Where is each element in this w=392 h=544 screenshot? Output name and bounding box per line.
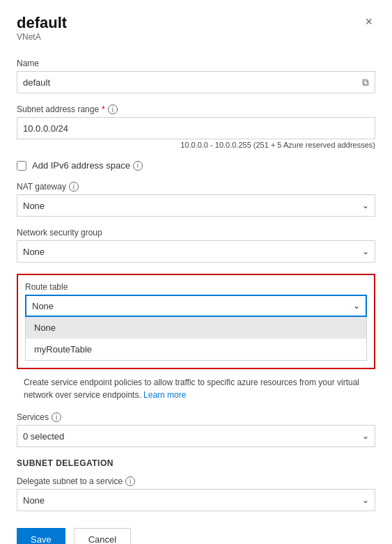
services-label: Services i xyxy=(17,412,375,422)
close-button[interactable]: × xyxy=(362,14,375,29)
ipv6-checkbox[interactable] xyxy=(17,161,26,171)
route-table-value: None xyxy=(32,301,54,311)
learn-more-link[interactable]: Learn more xyxy=(143,390,186,400)
services-field-group: Services i 0 selected ⌄ xyxy=(17,412,375,447)
nat-gateway-label: NAT gateway i xyxy=(17,182,375,192)
subnet-delegation-section: SUBNET DELEGATION Delegate subnet to a s… xyxy=(17,458,375,511)
delegate-subnet-select[interactable]: None ⌄ xyxy=(17,489,375,511)
route-table-option-myroutetable[interactable]: myRouteTable xyxy=(26,339,366,360)
subnet-address-input[interactable] xyxy=(23,123,369,134)
ipv6-label: Add IPv6 address space i xyxy=(32,160,143,171)
nsg-field-group: Network security group None ⌄ xyxy=(17,228,375,263)
delegate-subnet-value: None xyxy=(23,495,45,506)
route-table-label: Route table xyxy=(25,282,367,292)
copy-icon[interactable]: ⧉ xyxy=(362,77,369,88)
subnet-address-label: Subnet address range * i xyxy=(17,104,375,114)
edit-panel: default VNetA × Name ⧉ Subnet address ra… xyxy=(0,0,392,544)
delegate-info-icon[interactable]: i xyxy=(125,476,135,486)
save-button[interactable]: Save xyxy=(17,528,65,544)
delegate-subnet-chevron: ⌄ xyxy=(362,495,369,505)
route-table-chevron: ⌄ xyxy=(353,301,360,311)
nat-gateway-select[interactable]: None ⌄ xyxy=(17,194,375,217)
service-endpoint-text-block: Create service endpoint policies to allo… xyxy=(24,376,368,401)
name-field-group: Name ⧉ xyxy=(17,59,375,93)
nat-gateway-value: None xyxy=(23,201,45,211)
nat-gateway-field-group: NAT gateway i None ⌄ xyxy=(17,182,375,217)
subnet-address-hint: 10.0.0.0 - 10.0.0.255 (251 + 5 Azure res… xyxy=(17,141,375,149)
services-select[interactable]: 0 selected ⌄ xyxy=(17,425,375,447)
nat-gateway-info-icon[interactable]: i xyxy=(69,182,79,192)
subnet-address-field-group: Subnet address range * i 10.0.0.0 - 10.0… xyxy=(17,104,375,149)
route-table-option-none[interactable]: None xyxy=(26,317,366,339)
services-chevron: ⌄ xyxy=(362,431,369,441)
services-value: 0 selected xyxy=(23,431,64,442)
delegate-subnet-label: Delegate subnet to a service i xyxy=(17,476,375,486)
nsg-chevron: ⌄ xyxy=(362,247,369,256)
route-table-select[interactable]: None ⌄ xyxy=(25,295,367,317)
route-table-section: Route table None ⌄ None myRouteTable xyxy=(17,274,375,369)
subnet-address-input-wrapper xyxy=(17,117,375,139)
panel-subtitle: VNetA xyxy=(17,32,67,42)
cancel-button[interactable]: Cancel xyxy=(74,528,131,544)
panel-title: default xyxy=(17,14,67,32)
nsg-label: Network security group xyxy=(17,228,375,238)
name-input-wrapper: ⧉ xyxy=(17,71,375,93)
ipv6-checkbox-row: Add IPv6 address space i xyxy=(17,160,375,171)
bottom-bar: Save Cancel xyxy=(17,528,375,544)
nat-gateway-chevron: ⌄ xyxy=(362,201,369,210)
panel-header: default VNetA × xyxy=(17,14,375,56)
route-table-dropdown-list: None myRouteTable xyxy=(25,317,367,361)
name-label: Name xyxy=(17,59,375,68)
services-info-icon[interactable]: i xyxy=(52,412,61,422)
required-indicator: * xyxy=(102,104,105,114)
name-input[interactable] xyxy=(23,77,369,88)
subnet-info-icon[interactable]: i xyxy=(108,104,118,114)
nsg-value: None xyxy=(23,247,45,257)
ipv6-info-icon[interactable]: i xyxy=(133,161,143,171)
subnet-delegation-title: SUBNET DELEGATION xyxy=(17,458,375,468)
nsg-select[interactable]: None ⌄ xyxy=(17,240,375,263)
